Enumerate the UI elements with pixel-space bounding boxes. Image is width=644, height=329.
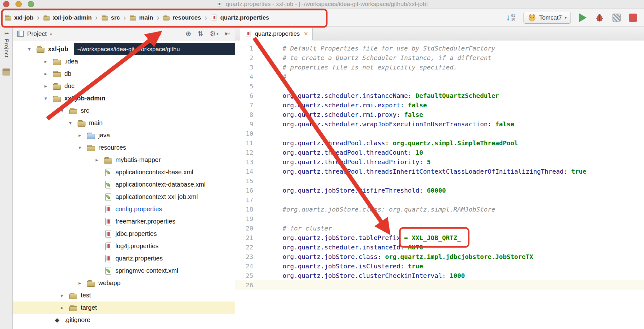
tree-item-.idea[interactable]: ▸.idea bbox=[13, 55, 235, 68]
line-number-8[interactable]: 8 bbox=[235, 110, 258, 119]
incoming-changes-indicator[interactable]: ↓ 01 10 bbox=[506, 13, 515, 22]
line-number-14[interactable]: 14 bbox=[235, 167, 258, 176]
breadcrumb-item-resources[interactable]: resources bbox=[163, 13, 201, 22]
close-tab-icon[interactable]: × bbox=[304, 30, 308, 37]
code-line-21[interactable]: org.quartz.jobStore.tablePrefix = XXL_JO… bbox=[258, 233, 644, 242]
tree-item-webapp[interactable]: ▸webapp bbox=[13, 277, 235, 289]
code-line-19[interactable] bbox=[258, 214, 644, 224]
line-number-16[interactable]: 16 bbox=[235, 186, 258, 195]
code-line-9[interactable]: org.quartz.scheduler.wrapJobExecutionInU… bbox=[258, 119, 644, 129]
line-number-21[interactable]: 21 bbox=[235, 233, 258, 242]
code-line-26[interactable] bbox=[258, 280, 644, 290]
tree-collapsed-arrow-icon[interactable]: ▸ bbox=[42, 58, 50, 64]
breadcrumb-item-xxl-job[interactable]: xxl-job bbox=[4, 13, 33, 22]
line-number-2[interactable]: 2 bbox=[235, 53, 258, 63]
code-line-10[interactable] bbox=[258, 129, 644, 138]
code-line-20[interactable]: # for cluster bbox=[258, 224, 644, 233]
code-line-2[interactable]: # to create a Quartz Scheduler Instance,… bbox=[258, 53, 644, 63]
tree-item-freemarker.properties[interactable]: freemarker.properties bbox=[13, 215, 235, 228]
scroll-from-source-icon[interactable]: ⇅ bbox=[197, 30, 203, 38]
tree-item-xxl-job[interactable]: ▾xxl-job~/workspaces/idea-git-workspace/… bbox=[13, 43, 235, 55]
line-number-20[interactable]: 20 bbox=[235, 224, 258, 233]
tree-item-springmvc-context.xml[interactable]: springmvc-context.xml bbox=[13, 265, 235, 277]
line-number-18[interactable]: 18 bbox=[235, 205, 258, 214]
breadcrumb-item-xxl-job-admin[interactable]: xxl-job-admin bbox=[43, 13, 92, 22]
breadcrumb-item-main[interactable]: main bbox=[129, 13, 153, 22]
tree-collapsed-arrow-icon[interactable]: ▸ bbox=[76, 132, 84, 138]
tree-collapsed-arrow-icon[interactable]: ▸ bbox=[93, 157, 101, 163]
run-config-selector[interactable]: Tomcat7 ▾ bbox=[524, 12, 571, 24]
line-number-15[interactable]: 15 bbox=[235, 176, 258, 186]
line-number-5[interactable]: 5 bbox=[235, 81, 258, 91]
editor-tab-quartz-properties[interactable]: quartz.properties × bbox=[240, 27, 313, 40]
line-number-22[interactable]: 22 bbox=[235, 242, 258, 252]
chevron-down-icon[interactable]: ▾ bbox=[50, 32, 52, 37]
code-line-25[interactable]: org.quartz.jobStore.clusterCheckinInterv… bbox=[258, 271, 644, 280]
line-number-3[interactable]: 3 bbox=[235, 63, 258, 72]
tree-item-doc[interactable]: ▸doc bbox=[13, 80, 235, 92]
code-line-16[interactable]: org.quartz.jobStore.misfireThreshold: 60… bbox=[258, 186, 644, 195]
tree-expanded-arrow-icon[interactable]: ▾ bbox=[25, 46, 33, 52]
tree-expanded-arrow-icon[interactable]: ▾ bbox=[66, 120, 74, 126]
code-line-14[interactable]: org.quartz.threadPool.threadsInheritCont… bbox=[258, 167, 644, 176]
tool-window-button-project[interactable]: 1: Project bbox=[3, 32, 9, 58]
tree-item-test[interactable]: ▸test bbox=[13, 289, 235, 302]
tree-item-main[interactable]: ▾main bbox=[13, 117, 235, 129]
line-number-26[interactable]: 26 bbox=[235, 280, 258, 290]
code-line-12[interactable]: org.quartz.threadPool.threadCount: 10 bbox=[258, 148, 644, 157]
stop-button[interactable] bbox=[629, 14, 637, 22]
code-line-3[interactable]: # properties file is not explicitly spec… bbox=[258, 63, 644, 72]
tree-item-applicationcontext-xxl-job.xml[interactable]: applicationcontext-xxl-job.xml bbox=[13, 191, 235, 203]
line-number-1[interactable]: 1 bbox=[235, 44, 258, 53]
code-line-5[interactable] bbox=[258, 81, 644, 91]
code-line-7[interactable]: org.quartz.scheduler.rmi.export: false bbox=[258, 100, 644, 110]
line-number-17[interactable]: 17 bbox=[235, 195, 258, 205]
locate-icon[interactable]: ⊕ bbox=[185, 30, 191, 38]
code-line-13[interactable]: org.quartz.threadPool.threadPriority: 5 bbox=[258, 157, 644, 167]
collapse-all-icon[interactable]: ⇤ bbox=[225, 30, 231, 38]
line-number-7[interactable]: 7 bbox=[235, 100, 258, 110]
code-line-11[interactable]: org.quartz.threadPool.class: org.quartz.… bbox=[258, 138, 644, 148]
code-line-6[interactable]: org.quartz.scheduler.instanceName: Defau… bbox=[258, 91, 644, 100]
line-number-6[interactable]: 6 bbox=[235, 91, 258, 100]
tree-item-applicationcontext-base.xml[interactable]: applicationcontext-base.xml bbox=[13, 166, 235, 178]
tree-item-xxl-job-admin[interactable]: ▾xxl-job-admin bbox=[13, 92, 235, 105]
code-line-17[interactable] bbox=[258, 195, 644, 205]
line-number-13[interactable]: 13 bbox=[235, 157, 258, 167]
run-button[interactable] bbox=[579, 13, 587, 22]
code-line-4[interactable]: # bbox=[258, 72, 644, 81]
code-line-15[interactable] bbox=[258, 176, 644, 186]
tree-collapsed-arrow-icon[interactable]: ▸ bbox=[42, 71, 50, 77]
code-line-24[interactable]: org.quartz.jobStore.isClustered: true bbox=[258, 261, 644, 271]
tree-item-pom.xml[interactable]: pom.xml bbox=[13, 326, 235, 329]
line-number-24[interactable]: 24 bbox=[235, 261, 258, 271]
line-number-4[interactable]: 4 bbox=[235, 72, 258, 81]
tree-collapsed-arrow-icon[interactable]: ▸ bbox=[76, 280, 84, 286]
settings-gear-icon[interactable]: ⚙▾ bbox=[210, 30, 219, 38]
line-number-25[interactable]: 25 bbox=[235, 271, 258, 280]
tree-item-config.properties[interactable]: config.properties bbox=[13, 203, 235, 215]
run-with-coverage-button[interactable] bbox=[612, 14, 621, 22]
line-number-9[interactable]: 9 bbox=[235, 119, 258, 129]
tree-item-target[interactable]: ▸target bbox=[13, 302, 235, 314]
tree-expanded-arrow-icon[interactable]: ▾ bbox=[58, 108, 66, 114]
tree-expanded-arrow-icon[interactable]: ▾ bbox=[42, 95, 50, 101]
code-line-22[interactable]: org.quartz.scheduler.instanceId: AUTO bbox=[258, 242, 644, 252]
tree-item-mybatis-mapper[interactable]: ▸mybatis-mapper bbox=[13, 154, 235, 166]
code-line-18[interactable]: #org.quartz.jobStore.class: org.quartz.s… bbox=[258, 205, 644, 214]
code-line-23[interactable]: org.quartz.jobStore.class: org.quartz.im… bbox=[258, 252, 644, 261]
tree-expanded-arrow-icon[interactable]: ▾ bbox=[76, 145, 84, 151]
tree-collapsed-arrow-icon[interactable]: ▸ bbox=[58, 305, 66, 311]
line-number-11[interactable]: 11 bbox=[235, 138, 258, 148]
tree-item-resources[interactable]: ▾resources bbox=[13, 141, 235, 154]
tree-item-.gitignore[interactable]: .gitignore bbox=[13, 314, 235, 326]
tree-item-db[interactable]: ▸db bbox=[13, 68, 235, 80]
tree-item-log4j.properties[interactable]: log4j.properties bbox=[13, 240, 235, 252]
tool-window-icon[interactable] bbox=[3, 69, 10, 75]
line-number-23[interactable]: 23 bbox=[235, 252, 258, 261]
tree-item-applicationcontext-database.xml[interactable]: applicationcontext-database.xml bbox=[13, 178, 235, 191]
tree-collapsed-arrow-icon[interactable]: ▸ bbox=[42, 83, 50, 89]
tree-item-src[interactable]: ▾src bbox=[13, 105, 235, 117]
line-number-19[interactable]: 19 bbox=[235, 214, 258, 224]
debug-button[interactable] bbox=[595, 13, 604, 22]
